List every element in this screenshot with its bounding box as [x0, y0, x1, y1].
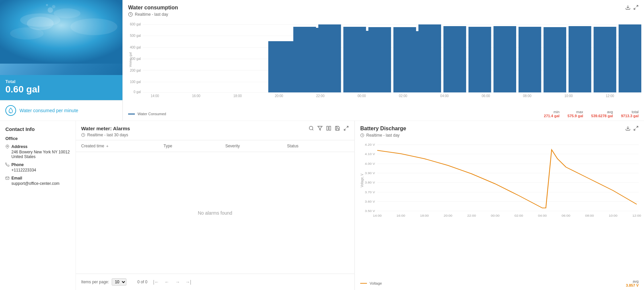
svg-rect-30 [318, 24, 341, 92]
svg-rect-32 [368, 27, 391, 92]
svg-text:14:00: 14:00 [373, 214, 382, 217]
svg-point-57 [309, 126, 313, 130]
svg-text:200 gal: 200 gal [130, 69, 141, 72]
save-chart-icon[interactable] [625, 5, 631, 11]
svg-text:22:00: 22:00 [316, 94, 325, 98]
svg-text:4.20 V: 4.20 V [365, 143, 375, 146]
svg-text:12:00: 12:00 [606, 94, 614, 98]
svg-line-67 [636, 126, 638, 128]
water-chart-subtitle: Realtime - last day [128, 12, 178, 17]
water-consumed-text: Water consumed per minute [19, 108, 78, 113]
water-total-section: Total 0.60 gal [0, 75, 122, 100]
water-image [0, 0, 122, 75]
stat-total: total 9713.3 gal [621, 110, 639, 118]
items-per-page: Items per page: 10 25 50 [81, 278, 126, 286]
svg-line-62 [346, 126, 348, 128]
svg-text:04:00: 04:00 [440, 94, 449, 98]
battery-avg: avg 3.857 V [626, 279, 639, 287]
svg-text:400 gal: 400 gal [130, 46, 141, 49]
battery-action-icons [625, 126, 639, 132]
contact-email: Email support@office-center.com [5, 176, 70, 186]
battery-chart-svg: 4.20 V 4.10 V 4.00 V 3.90 V 3.80 V 3.70 … [360, 140, 639, 221]
fullscreen-battery-icon[interactable] [633, 126, 639, 132]
svg-rect-39 [543, 27, 566, 92]
last-page-btn[interactable]: →| [183, 277, 193, 287]
svg-text:08:00: 08:00 [523, 94, 531, 98]
svg-point-7 [46, 4, 48, 6]
next-page-btn[interactable]: → [173, 277, 182, 287]
alarms-table-header: Created time Type Severity Status [76, 140, 354, 152]
battery-header: Battery Discharge Realtime - last day [360, 126, 639, 140]
svg-text:Water, gal: Water, gal [128, 52, 132, 67]
col-severity-header: Severity [225, 144, 287, 148]
col-status-header: Status [287, 144, 349, 148]
svg-text:3.60 V: 3.60 V [365, 200, 375, 203]
fullscreen-chart-icon[interactable] [633, 5, 639, 11]
left-panel: Total 0.60 gal Water consumed per minute [0, 0, 122, 121]
save-battery-icon[interactable] [625, 126, 631, 132]
svg-text:3.80 V: 3.80 V [365, 181, 375, 184]
svg-text:20:00: 20:00 [444, 214, 453, 217]
water-consumed-link[interactable]: Water consumed per minute [0, 100, 122, 121]
svg-rect-40 [569, 26, 591, 92]
svg-text:4.00 V: 4.00 V [365, 162, 375, 165]
svg-rect-42 [619, 24, 641, 92]
bar-chart-area: 600 gal 500 gal 400 gal 300 gal 200 gal … [128, 19, 639, 108]
per-page-select[interactable]: 10 25 50 [112, 278, 126, 286]
address-line2: United States [5, 154, 70, 159]
svg-text:08:00: 08:00 [585, 214, 594, 217]
svg-text:00:00: 00:00 [491, 214, 500, 217]
address-line1: 246 Bowery New York NY 10012 [5, 150, 70, 154]
svg-text:0 gal: 0 gal [133, 90, 141, 94]
svg-rect-35 [443, 26, 466, 92]
pagination: 0 of 0 |← ← → →| [135, 277, 193, 287]
svg-rect-28 [268, 41, 291, 92]
svg-text:3.70 V: 3.70 V [365, 191, 375, 194]
svg-rect-60 [327, 126, 328, 130]
filter-alarms-icon[interactable] [317, 126, 323, 132]
battery-title: Battery Discharge [360, 126, 406, 132]
svg-point-2 [54, 8, 80, 18]
prev-page-btn[interactable]: ← [162, 277, 171, 287]
svg-rect-36 [469, 27, 491, 92]
clock-icon [128, 12, 133, 17]
svg-text:22:00: 22:00 [467, 214, 476, 217]
svg-point-5 [48, 7, 53, 13]
columns-alarms-icon[interactable] [326, 126, 331, 132]
svg-text:4.10 V: 4.10 V [365, 152, 375, 156]
legend-color-line [360, 283, 367, 284]
svg-point-55 [7, 146, 8, 147]
water-chart-title: Water consumption [128, 5, 178, 11]
svg-text:16:00: 16:00 [192, 94, 200, 98]
email-label: Email [11, 176, 22, 180]
chart-action-icons [625, 5, 639, 11]
save-alarms-icon[interactable] [335, 126, 340, 132]
first-page-btn[interactable]: |← [151, 277, 161, 287]
contact-phone: Phone +1112223334 [5, 162, 70, 172]
email-value: support@office-center.com [5, 181, 70, 186]
chart-stats: min 271.4 gal max 575.9 gal avg 539.6278… [544, 110, 639, 118]
search-alarms-icon[interactable] [309, 126, 314, 132]
contact-address: Address 246 Bowery New York NY 10012 Uni… [5, 144, 70, 159]
water-consumption-chart: Water consumption Realtime - last day [122, 0, 644, 121]
svg-point-4 [70, 18, 117, 35]
svg-text:16:00: 16:00 [396, 214, 406, 217]
svg-line-11 [634, 8, 636, 9]
svg-text:600 gal: 600 gal [130, 22, 141, 26]
svg-text:10:00: 10:00 [565, 94, 573, 98]
address-label: Address [11, 144, 28, 149]
alarms-panel: Water meter: Alarms Realtime - last 30 d… [76, 121, 354, 290]
clock-icon-battery [360, 133, 364, 137]
svg-text:06:00: 06:00 [561, 214, 571, 217]
svg-text:20:00: 20:00 [275, 94, 283, 98]
fullscreen-alarms-icon[interactable] [343, 126, 349, 132]
chart-legend: Water Consumed [128, 112, 166, 116]
page-count: 0 of 0 [137, 280, 147, 284]
svg-marker-59 [318, 126, 322, 130]
svg-line-10 [636, 5, 638, 7]
total-value: 0.60 gal [5, 84, 117, 95]
svg-text:04:00: 04:00 [538, 214, 547, 217]
alarms-toolbar [309, 126, 349, 132]
svg-rect-61 [329, 126, 331, 130]
col-time-header[interactable]: Created time [81, 144, 164, 148]
